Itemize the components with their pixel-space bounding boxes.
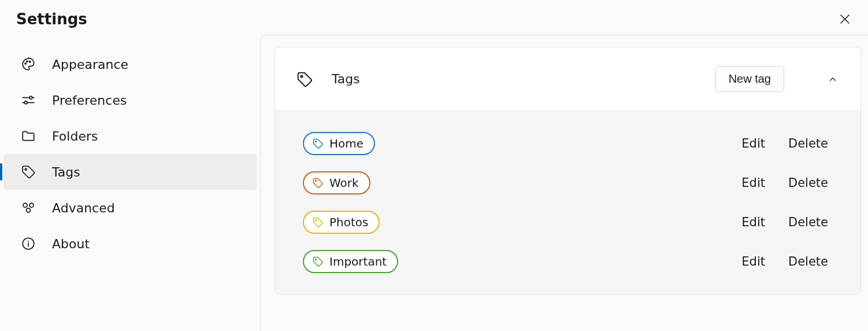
svg-point-17 xyxy=(316,141,317,142)
tag-pill-important[interactable]: Important xyxy=(303,250,398,273)
delete-button[interactable]: Delete xyxy=(784,252,833,271)
tag-row: Work Edit Delete xyxy=(289,163,847,203)
tags-card-title: Tags xyxy=(332,72,697,86)
svg-point-19 xyxy=(316,220,317,221)
new-tag-button[interactable]: New tag xyxy=(715,66,784,92)
tag-label: Home xyxy=(329,137,363,150)
close-button[interactable] xyxy=(838,12,852,26)
tag-label: Important xyxy=(329,255,387,269)
tag-row: Photos Edit Delete xyxy=(289,203,847,242)
tag-label: Photos xyxy=(329,215,368,229)
tags-card-header: Tags New tag xyxy=(275,47,860,111)
sidebar-item-label: Folders xyxy=(52,129,98,144)
settings-header: Settings xyxy=(0,0,868,35)
sidebar-item-label: Tags xyxy=(52,165,80,179)
tag-icon xyxy=(21,164,36,179)
chevron-up-icon xyxy=(828,74,838,84)
tag-row: Important Edit Delete xyxy=(289,242,847,281)
sidebar-item-folders[interactable]: Folders xyxy=(3,118,257,154)
tag-pill-work[interactable]: Work xyxy=(303,171,370,194)
sidebar-item-about[interactable]: About xyxy=(3,226,257,262)
collapse-button[interactable] xyxy=(826,72,840,86)
tag-list: Home Edit Delete Work xyxy=(275,111,860,294)
sidebar-item-label: Preferences xyxy=(52,93,127,108)
sidebar-item-appearance[interactable]: Appearance xyxy=(3,46,257,82)
svg-point-8 xyxy=(24,101,27,104)
svg-point-20 xyxy=(316,259,317,260)
page-title: Settings xyxy=(16,10,87,28)
svg-point-10 xyxy=(23,203,27,207)
svg-point-9 xyxy=(25,168,27,170)
svg-point-18 xyxy=(316,181,317,182)
sidebar-item-tags[interactable]: Tags xyxy=(3,154,257,190)
svg-point-16 xyxy=(301,75,302,77)
settings-sidebar: Appearance Preferences Folders xyxy=(0,35,260,331)
info-icon xyxy=(21,236,36,251)
tag-icon xyxy=(312,256,324,267)
tags-card: Tags New tag Home xyxy=(275,47,861,295)
sidebar-item-label: Advanced xyxy=(52,201,115,215)
tag-icon xyxy=(312,216,324,228)
sidebar-item-label: About xyxy=(52,237,90,251)
close-icon xyxy=(839,13,851,25)
advanced-icon xyxy=(21,200,36,215)
palette-icon xyxy=(21,57,36,72)
delete-button[interactable]: Delete xyxy=(784,134,833,153)
tag-icon xyxy=(312,177,324,189)
svg-point-12 xyxy=(27,208,31,212)
edit-button[interactable]: Edit xyxy=(737,252,770,271)
tag-pill-home[interactable]: Home xyxy=(303,132,375,155)
folder-icon xyxy=(21,128,36,144)
tag-icon xyxy=(312,138,324,149)
tag-pill-photos[interactable]: Photos xyxy=(303,211,380,234)
sidebar-item-label: Appearance xyxy=(52,57,128,72)
svg-point-15 xyxy=(28,241,29,242)
sliders-icon xyxy=(21,93,36,108)
svg-point-11 xyxy=(29,203,34,207)
edit-button[interactable]: Edit xyxy=(737,134,770,153)
svg-point-2 xyxy=(25,63,26,64)
edit-button[interactable]: Edit xyxy=(737,213,770,231)
tag-icon xyxy=(296,71,313,88)
tag-label: Work xyxy=(329,176,359,190)
tag-row: Home Edit Delete xyxy=(289,124,847,163)
sidebar-item-advanced[interactable]: Advanced xyxy=(3,190,257,226)
delete-button[interactable]: Delete xyxy=(784,213,833,231)
delete-button[interactable]: Delete xyxy=(784,174,833,192)
svg-point-4 xyxy=(29,61,31,62)
settings-content: Tags New tag Home xyxy=(260,35,868,331)
svg-point-6 xyxy=(29,96,32,99)
svg-point-3 xyxy=(27,61,28,62)
sidebar-item-preferences[interactable]: Preferences xyxy=(3,82,257,118)
edit-button[interactable]: Edit xyxy=(737,174,770,192)
